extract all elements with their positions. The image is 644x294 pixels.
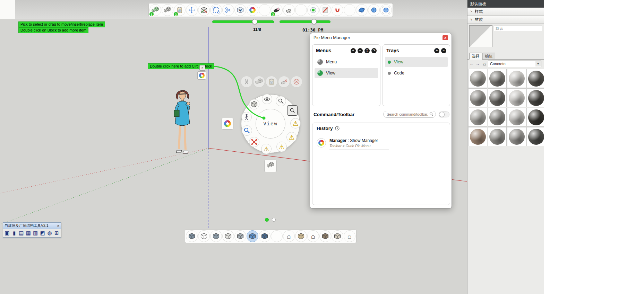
page-dot-2[interactable] bbox=[272, 218, 276, 222]
material-swatch[interactable] bbox=[507, 108, 526, 127]
eraser-tool[interactable]: 3 bbox=[271, 4, 283, 16]
add-tray-button[interactable]: + bbox=[434, 48, 439, 53]
pliers-tool[interactable] bbox=[241, 76, 252, 88]
pie-red-move-x-button[interactable] bbox=[249, 137, 259, 147]
copy-blocks-tool[interactable] bbox=[253, 76, 265, 88]
time-scrubber[interactable] bbox=[280, 20, 330, 23]
shed-button[interactable]: ⌂ bbox=[283, 230, 295, 242]
history-entry[interactable]: Manager : Show ManagerToolbar > Curic Pi… bbox=[312, 134, 450, 154]
empty-slot-c[interactable] bbox=[344, 4, 355, 16]
tab-edit[interactable]: 编辑 bbox=[482, 53, 495, 60]
remove-tray-button[interactable]: − bbox=[441, 48, 446, 53]
paste-tool[interactable] bbox=[266, 76, 277, 88]
cube-axes-tool[interactable] bbox=[198, 4, 210, 16]
pie-warning-button[interactable]: ⚠ bbox=[261, 144, 272, 154]
tooltip-pie-button[interactable] bbox=[197, 71, 206, 80]
time-scrubber-knob[interactable] bbox=[311, 19, 317, 24]
tray-item-code[interactable]: Code bbox=[385, 68, 448, 78]
material-swatch[interactable] bbox=[468, 69, 487, 88]
box-style-6-button[interactable] bbox=[247, 230, 258, 242]
remove-menu-button[interactable]: − bbox=[358, 48, 363, 53]
dialog-close-button[interactable]: x bbox=[443, 35, 448, 40]
empty-slot-b[interactable] bbox=[295, 4, 307, 16]
palette-tool-icon[interactable]: ◩ bbox=[40, 230, 45, 236]
house-3-button[interactable]: ⌂ bbox=[344, 230, 355, 242]
house-2-button[interactable] bbox=[319, 230, 331, 242]
import-menu-button[interactable]: ↧ bbox=[364, 48, 370, 53]
material-swatch[interactable] bbox=[488, 69, 507, 88]
table-tool-icon[interactable]: ▥ bbox=[33, 230, 38, 236]
pie-cube-gray-button[interactable] bbox=[249, 99, 259, 109]
material-swatch[interactable] bbox=[526, 69, 544, 88]
box-style-4-button[interactable] bbox=[222, 230, 234, 242]
paste-block-tool[interactable]: 2 bbox=[174, 4, 186, 16]
pie-side-button[interactable] bbox=[222, 118, 233, 130]
structure-panel-titlebar[interactable]: 自建屋及厂房结构工具V2.1 × bbox=[3, 223, 61, 229]
toggle-knob[interactable] bbox=[439, 112, 445, 117]
material-swatch[interactable] bbox=[526, 88, 544, 107]
erase-red-tool[interactable] bbox=[278, 76, 290, 88]
pie-magnifier-dark-button[interactable] bbox=[287, 105, 298, 116]
structure-panel-close[interactable]: × bbox=[57, 224, 59, 228]
orbit-tool[interactable] bbox=[356, 4, 368, 16]
ai-block-tool[interactable]: AI bbox=[234, 4, 246, 16]
no-entry-tool[interactable] bbox=[319, 4, 331, 16]
box-style-7-button[interactable] bbox=[259, 230, 271, 242]
material-swatch[interactable] bbox=[468, 88, 487, 107]
box-style-8-button[interactable] bbox=[295, 230, 307, 242]
material-swatch[interactable] bbox=[507, 127, 526, 146]
material-swatch[interactable] bbox=[507, 88, 526, 107]
box-style-5-button[interactable] bbox=[234, 230, 246, 242]
date-scrubber-knob[interactable] bbox=[252, 19, 257, 24]
zoom-extents-tool[interactable] bbox=[380, 4, 392, 16]
blocks-stack-tool[interactable]: 1 bbox=[149, 4, 161, 16]
date-scrubber[interactable] bbox=[212, 20, 274, 23]
command-toggle[interactable] bbox=[439, 112, 449, 117]
home-icon[interactable]: ⌂ bbox=[482, 61, 487, 66]
material-swatch[interactable] bbox=[488, 127, 507, 146]
box-style-9-button[interactable] bbox=[332, 230, 343, 242]
page-dot-1[interactable] bbox=[265, 218, 269, 222]
pie-warning-button[interactable]: ⚠ bbox=[290, 118, 301, 128]
layers-tool-icon[interactable]: ▤ bbox=[18, 230, 24, 236]
back-arrow-button[interactable]: ← bbox=[469, 61, 474, 66]
material-collection-dropdown[interactable]: Concreto ▾ bbox=[488, 61, 541, 67]
grid-tool-icon[interactable]: ▦ bbox=[25, 230, 31, 236]
sheet-tool-icon[interactable]: ⊞ bbox=[54, 230, 60, 236]
forward-arrow-button[interactable]: → bbox=[475, 61, 480, 66]
empty-slot-button[interactable] bbox=[271, 230, 283, 242]
tooltip-close-button[interactable]: × bbox=[199, 65, 205, 71]
material-swatch[interactable] bbox=[468, 127, 487, 146]
pie-eye-button[interactable] bbox=[262, 94, 272, 104]
soft-eraser-tool[interactable] bbox=[283, 4, 295, 16]
pie-warning-button[interactable]: ⚠ bbox=[286, 132, 297, 142]
box-style-3-button[interactable] bbox=[210, 230, 222, 242]
toggle-point-tool[interactable] bbox=[307, 4, 319, 16]
box-style-1-button[interactable] bbox=[186, 230, 198, 242]
pen-tool-icon[interactable]: ▮ bbox=[11, 230, 17, 236]
command-search-input[interactable] bbox=[383, 111, 436, 118]
pie-below-button[interactable] bbox=[264, 160, 277, 172]
red-magnet-tool[interactable] bbox=[332, 4, 343, 16]
move-block-tool[interactable] bbox=[186, 4, 198, 16]
blocks-magnet-tool[interactable] bbox=[162, 4, 173, 16]
person-figure[interactable] bbox=[171, 89, 197, 157]
material-swatch[interactable] bbox=[526, 108, 544, 127]
tab-select[interactable]: 选择 bbox=[469, 53, 482, 60]
material-swatch[interactable] bbox=[488, 108, 507, 127]
material-swatch[interactable] bbox=[507, 69, 526, 88]
pie-menu-center[interactable]: View bbox=[256, 109, 285, 139]
material-swatch[interactable] bbox=[488, 88, 507, 107]
pie-warning-button[interactable]: ⚠ bbox=[276, 142, 287, 152]
split-block-tool[interactable] bbox=[222, 4, 234, 16]
material-swatch[interactable] bbox=[526, 127, 544, 146]
stamp-tool-icon[interactable]: ▣ bbox=[4, 230, 10, 236]
dialog-titlebar[interactable]: Pie Menu Manager x bbox=[310, 33, 452, 42]
tray-item-view[interactable]: View bbox=[385, 57, 448, 67]
pie-magnifier-button[interactable] bbox=[276, 96, 286, 106]
globe-tool-icon[interactable]: ◍ bbox=[46, 230, 52, 236]
pie-magnifier-blue-button[interactable] bbox=[242, 125, 252, 136]
menu-item-view[interactable]: View bbox=[315, 68, 378, 78]
pie-walk-person-button[interactable] bbox=[241, 112, 252, 122]
menu-item-menu[interactable]: Menu bbox=[315, 57, 378, 67]
